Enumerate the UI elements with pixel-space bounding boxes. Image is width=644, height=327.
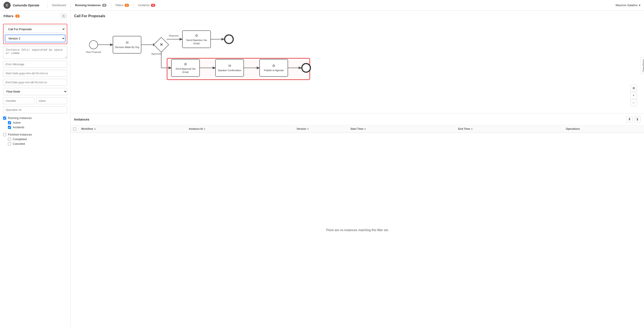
zoom-out-button[interactable]: − <box>630 100 637 106</box>
error-message-input[interactable] <box>3 61 67 68</box>
incidents-badge: 0 <box>151 4 155 7</box>
end-time-sort-icon: ⇅ <box>471 128 473 130</box>
variable-input[interactable] <box>3 97 34 104</box>
send-approval-icon: ⚙ <box>184 62 187 66</box>
th-workflow[interactable]: Workflow ⇅ <box>78 125 186 133</box>
diagram-controls: ⊕ + − <box>630 85 637 106</box>
th-start-time[interactable]: Start Time ⇅ <box>348 125 456 133</box>
operations-side-tab[interactable]: Operations <box>640 57 644 74</box>
zoom-in-button[interactable]: + <box>630 92 637 99</box>
nav-dashboard[interactable]: Dashboard <box>51 3 67 7</box>
th-end-time[interactable]: End Time ⇅ <box>456 125 563 133</box>
user-chevron-icon: ▾ <box>639 3 640 7</box>
app-name: Camunda Operate <box>13 3 40 7</box>
canceled-checkbox[interactable]: Canceled <box>8 142 67 145</box>
running-instances-sub: Active Incidents <box>8 121 67 129</box>
rejected-label: Rejected <box>169 34 178 37</box>
select-all-checkbox[interactable] <box>73 128 76 130</box>
workflow-filter-group: Call For Proposals Version 2 <box>3 24 67 44</box>
diagram-section: Call For Proposals <box>70 10 644 113</box>
publish-agenda-icon: ⚙ <box>272 64 275 68</box>
instances-section: Instances ⊼ ⊻ Workflow ⇅ Instance Id ⇅ <box>70 113 644 327</box>
start-event[interactable] <box>89 40 98 49</box>
start-event-label: New Proposal <box>85 51 102 53</box>
publish-agenda-task[interactable]: ⚙ Publish to Agenda <box>259 59 288 77</box>
publish-agenda-label: Publish to Agenda <box>264 69 284 72</box>
sidebar-title: Filters 0 <box>4 14 20 18</box>
running-instances-checkbox[interactable]: Running Instances <box>3 116 67 120</box>
decision-task-icon: ✉ <box>126 40 128 45</box>
decision-task-label: Decision Made By Org <box>115 46 139 49</box>
content-area: Call For Proposals <box>70 10 644 327</box>
speaker-confirmation-task[interactable]: ✉ Speaker Confirmation <box>215 59 244 77</box>
nav-filters[interactable]: Filters 0 <box>115 3 130 7</box>
workflow-select[interactable]: Call For Proposals <box>5 25 66 33</box>
main-layout: Filters 0 K Call For Proposals Version 2… <box>0 10 644 327</box>
diagram-svg <box>74 21 640 110</box>
completed-checkbox[interactable]: Completed <box>8 137 67 141</box>
approved-label: Approved <box>151 52 162 55</box>
value-input[interactable] <box>36 97 68 104</box>
send-rejection-label: Send Rejection Via Email <box>184 38 209 45</box>
active-checkbox[interactable]: Active <box>8 121 67 124</box>
finished-instances-group: Finished Instances Completed Canceled <box>3 132 67 146</box>
operation-id-input[interactable] <box>3 106 67 113</box>
app-logo: C <box>4 2 10 9</box>
zoom-out-icon: − <box>632 101 634 105</box>
start-time-sort-icon: ⇅ <box>364 128 366 130</box>
header-separator-3 <box>111 3 111 8</box>
header: C Camunda Operate Dashboard Running Inst… <box>0 0 644 10</box>
instances-controls: ⊼ ⊻ <box>626 116 640 122</box>
version-select[interactable]: Version 2 <box>5 34 66 42</box>
header-separator-4 <box>134 3 134 8</box>
start-date-input[interactable] <box>3 70 67 77</box>
gateway[interactable]: ✕ <box>154 37 169 53</box>
variable-row <box>3 97 67 104</box>
speaker-confirmation-icon: ✉ <box>228 64 231 68</box>
finished-instances-sub: Completed Canceled <box>8 137 67 145</box>
sidebar-body: Call For Proposals Version 2 Flow Node <box>0 21 70 149</box>
bpmn-canvas: New Proposal ✉ Decision Made By Org ✕ Re… <box>74 21 640 110</box>
instances-header: Instances ⊼ ⊻ <box>70 113 644 125</box>
locate-icon: ⊕ <box>632 86 635 90</box>
gateway-icon: ✕ <box>160 42 163 47</box>
end-event-bottom[interactable] <box>301 63 311 73</box>
version-sort-icon: ⇅ <box>307 128 309 130</box>
finished-instances-checkbox[interactable]: Finished Instances <box>3 133 67 136</box>
sidebar-collapse-button[interactable]: K <box>61 14 67 18</box>
flow-node-select[interactable]: Flow Node <box>3 88 67 95</box>
header-separator <box>48 3 48 8</box>
send-approval-label: Send Approval Via Email <box>173 67 198 74</box>
instances-table-header: Workflow ⇅ Instance Id ⇅ Version ⇅ Start… <box>70 125 644 133</box>
instances-empty-message: There are no instances matching this fil… <box>70 133 644 327</box>
sidebar-header: Filters 0 K <box>0 10 70 21</box>
collapse-instances-button[interactable]: ⊼ <box>626 116 632 122</box>
instance-id-sort-icon: ⇅ <box>204 128 205 130</box>
nav-running-instances[interactable]: Running Instances 4 <box>74 3 107 7</box>
decision-task[interactable]: ✉ Decision Made By Org <box>113 36 141 53</box>
filters-badge: 0 <box>124 4 129 7</box>
sidebar-filters-badge: 0 <box>15 14 20 18</box>
end-event-top[interactable] <box>224 34 234 44</box>
th-instance-id[interactable]: Instance Id ⇅ <box>186 125 294 133</box>
user-menu[interactable]: Mauricio Salatino ▾ <box>616 3 640 7</box>
send-rejection-icon: ⚙ <box>195 33 198 38</box>
running-instances-group: Running Instances Active Incidents <box>3 115 67 130</box>
end-date-input[interactable] <box>3 79 67 86</box>
incidents-checkbox[interactable]: Incidents <box>8 126 67 129</box>
locate-button[interactable]: ⊕ <box>630 85 637 91</box>
send-approval-task[interactable]: ⚙ Send Approval Via Email <box>171 59 200 77</box>
sidebar: Filters 0 K Call For Proposals Version 2… <box>0 10 70 327</box>
th-checkbox <box>70 125 78 133</box>
send-rejection-task[interactable]: ⚙ Send Rejection Via Email <box>182 30 211 48</box>
speaker-confirmation-label: Speaker Confirmation <box>218 69 241 72</box>
user-name: Mauricio Salatino <box>616 3 638 7</box>
th-version[interactable]: Version ⇅ <box>294 125 348 133</box>
instance-ids-textarea[interactable] <box>3 46 67 59</box>
th-operations: Operations <box>563 125 644 133</box>
expand-instances-button[interactable]: ⊻ <box>634 116 640 122</box>
running-instances-badge: 4 <box>102 4 106 7</box>
nav-incidents[interactable]: Incidents 0 <box>137 3 156 7</box>
instances-title: Instances <box>74 117 89 121</box>
diagram-title: Call For Proposals <box>74 14 640 18</box>
